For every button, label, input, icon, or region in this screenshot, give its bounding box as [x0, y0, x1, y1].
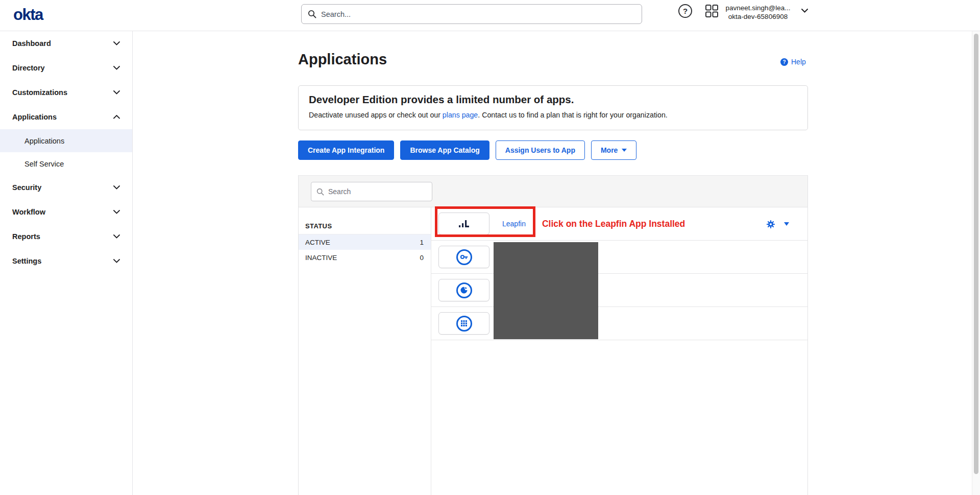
help-circle-icon: ? [678, 4, 692, 18]
plans-page-link[interactable]: plans page [443, 111, 478, 119]
actions-toolbar: Create App Integration Browse App Catalo… [298, 140, 636, 160]
bar-chart-icon [458, 219, 470, 229]
sidebar-subitem-self-service[interactable]: Self Service [0, 152, 132, 175]
global-search-input[interactable] [321, 10, 642, 18]
annotation-text: Click on the Leapfin App Installed [542, 219, 685, 229]
app-list: Leapfin Click on the Leapfin App Install… [431, 207, 807, 495]
help-link[interactable]: ? Help [780, 58, 806, 66]
key-icon [456, 249, 472, 265]
question-circle-icon: ? [780, 58, 788, 66]
panel-toolbar [299, 176, 807, 207]
leapfin-app-card[interactable] [438, 213, 489, 235]
status-row-inactive[interactable]: INACTIVE 0 [299, 250, 431, 265]
scrollbar-track[interactable] [972, 31, 980, 495]
chevron-down-icon [113, 185, 120, 190]
sidebar-subitem-applications[interactable]: Applications [0, 129, 132, 152]
app-row[interactable] [431, 241, 807, 274]
globe-arrow-icon [456, 282, 472, 298]
row-caret-down-icon[interactable] [784, 222, 789, 226]
app-row[interactable] [431, 274, 807, 307]
app-switcher-button[interactable] [704, 4, 719, 18]
status-filter-column: STATUS ACTIVE 1 INACTIVE 0 [299, 207, 431, 495]
chevron-down-icon [113, 90, 120, 95]
panel-body: STATUS ACTIVE 1 INACTIVE 0 [299, 207, 807, 495]
app-card[interactable] [438, 312, 489, 335]
global-search[interactable] [301, 4, 642, 24]
apps-search[interactable] [311, 182, 432, 201]
browse-app-catalog-button[interactable]: Browse App Catalog [400, 140, 489, 160]
sidebar-item-settings[interactable]: Settings [0, 249, 132, 273]
assign-users-to-app-button[interactable]: Assign Users to App [496, 140, 585, 160]
sidebar-item-directory[interactable]: Directory [0, 56, 132, 80]
user-email: pavneet.singh@lea... [720, 4, 796, 13]
chevron-down-icon [113, 234, 120, 239]
notice-body: Deactivate unused apps or check out our … [309, 111, 797, 119]
help-button[interactable]: ? [678, 4, 693, 18]
chevron-down-icon [113, 41, 120, 45]
app-row[interactable] [431, 307, 807, 340]
top-bar: okta ? pavneet.singh@lea... okta-dev-658… [0, 0, 980, 31]
user-menu[interactable]: pavneet.singh@lea... okta-dev-65806908 [720, 4, 796, 21]
row-controls [766, 207, 789, 241]
sidebar-item-customizations[interactable]: Customizations [0, 80, 132, 105]
sidebar: Dashboard Directory Customizations Appli… [0, 31, 133, 495]
gear-icon[interactable] [766, 220, 775, 229]
active-count: 1 [420, 239, 424, 246]
chevron-down-icon [113, 259, 120, 263]
sidebar-item-applications[interactable]: Applications [0, 105, 132, 129]
redacted-area [494, 242, 598, 339]
app-row-leapfin[interactable]: Leapfin Click on the Leapfin App Install… [431, 207, 807, 241]
more-button[interactable]: More [591, 140, 636, 160]
sidebar-item-dashboard[interactable]: Dashboard [0, 31, 132, 56]
sidebar-item-workflow[interactable]: Workflow [0, 200, 132, 224]
scrollbar-thumb[interactable] [974, 34, 978, 474]
search-icon [316, 188, 324, 196]
app-card[interactable] [438, 279, 489, 301]
search-icon [308, 10, 316, 18]
notice-title: Developer Edition provides a limited num… [309, 93, 797, 106]
globe-grid-icon [456, 316, 472, 332]
chevron-down-icon [113, 66, 120, 70]
status-row-active[interactable]: ACTIVE 1 [299, 234, 431, 250]
page-title: Applications [298, 51, 387, 68]
inactive-count: 0 [420, 254, 424, 262]
leapfin-app-link[interactable]: Leapfin [502, 220, 526, 228]
user-org: okta-dev-65806908 [720, 13, 796, 21]
apps-grid-icon [705, 4, 719, 18]
sidebar-item-security[interactable]: Security [0, 175, 132, 200]
developer-edition-notice: Developer Edition provides a limited num… [298, 85, 808, 130]
okta-logo[interactable]: okta [13, 6, 43, 24]
chevron-up-icon [113, 115, 120, 119]
apps-search-input[interactable] [328, 187, 432, 196]
create-app-integration-button[interactable]: Create App Integration [298, 140, 394, 160]
applications-panel: STATUS ACTIVE 1 INACTIVE 0 [298, 175, 808, 495]
chevron-down-icon [113, 210, 120, 214]
chevron-down-icon[interactable] [801, 9, 808, 13]
app-card[interactable] [438, 246, 489, 268]
status-header: STATUS [299, 218, 431, 234]
sidebar-item-reports[interactable]: Reports [0, 224, 132, 249]
caret-down-icon [622, 149, 627, 152]
